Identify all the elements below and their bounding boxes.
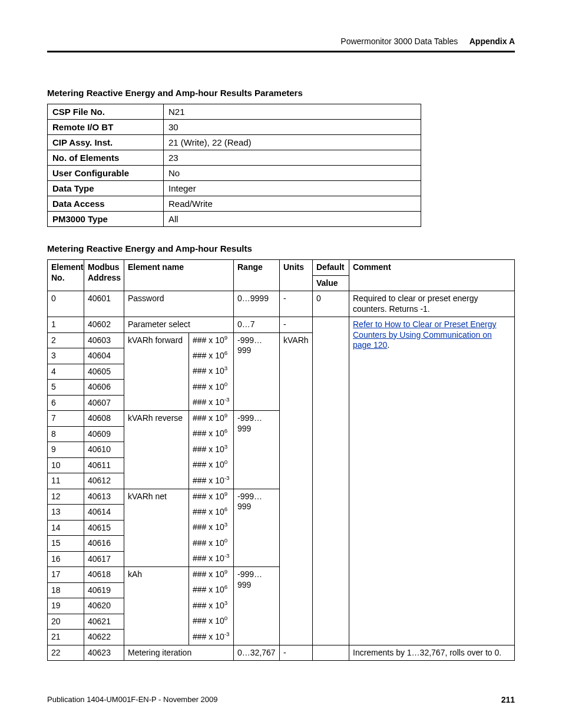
appendix-label: Appendix A (470, 37, 515, 46)
param-label: Data Type (48, 181, 164, 196)
xref-link[interactable]: Refer to How to Clear or Preset Energy C… (353, 319, 497, 350)
cell-addr: 40613 (84, 489, 124, 505)
col-element-no: Element No. (48, 260, 84, 291)
cell-exp: ### x 10-3 (189, 395, 234, 411)
publication-id: Publication 1404-UM001F-EN-P - November … (47, 695, 218, 704)
cell-addr: 40611 (84, 457, 124, 473)
cell-addr: 40619 (84, 582, 124, 598)
section-name: Powermonitor 3000 Data Tables (340, 37, 458, 46)
cell-def-span (313, 317, 349, 645)
cell-range: 0…9999 (234, 291, 280, 317)
cell-addr: 40614 (84, 505, 124, 521)
param-label: PM3000 Type (48, 212, 164, 227)
cell-no: 13 (48, 505, 84, 521)
param-value: 30 (164, 120, 421, 135)
cell-def: 0 (313, 291, 349, 317)
cell-addr: 40606 (84, 380, 124, 396)
param-value: N21 (164, 104, 421, 120)
cell-no: 10 (48, 457, 84, 473)
cell-range: -999…999 (234, 567, 280, 645)
cell-exp: ### x 103 (189, 442, 234, 458)
cell-units: kVARh (280, 332, 313, 645)
cell-no: 7 (48, 411, 84, 427)
cell-name: Parameter select (124, 317, 234, 333)
cell-addr: 40612 (84, 473, 124, 489)
cell-name: Metering iteration (124, 645, 234, 661)
cell-exp: ### x 103 (189, 520, 234, 536)
cell-exp: ### x 103 (189, 598, 234, 614)
params-table: CSP File No. N21 Remote I/O BT 30 CIP As… (47, 104, 421, 227)
page-number: 211 (501, 695, 515, 704)
cell-exp: ### x 109 (189, 332, 234, 348)
cell-no: 14 (48, 520, 84, 536)
param-value: Read/Write (164, 196, 421, 212)
cell-name: kVARh reverse (124, 411, 189, 489)
cell-comment-link: Refer to How to Clear or Preset Energy C… (349, 317, 515, 645)
cell-exp: ### x 100 (189, 536, 234, 552)
cell-no: 6 (48, 395, 84, 411)
cell-exp: ### x 109 (189, 411, 234, 427)
cell-no: 8 (48, 426, 84, 442)
cell-no: 19 (48, 598, 84, 614)
cell-addr: 40620 (84, 598, 124, 614)
cell-units: - (280, 645, 313, 661)
cell-range: -999…999 (234, 411, 280, 489)
cell-no: 22 (48, 645, 84, 661)
cell-range: 0…32,767 (234, 645, 280, 661)
cell-range: -999…999 (234, 489, 280, 567)
col-default: Default (313, 260, 349, 276)
cell-no: 17 (48, 567, 84, 583)
cell-no: 9 (48, 442, 84, 458)
param-value: Integer (164, 181, 421, 196)
cell-units: - (280, 317, 313, 333)
cell-addr: 40623 (84, 645, 124, 661)
cell-no: 4 (48, 364, 84, 380)
cell-name: kVARh net (124, 489, 189, 567)
cell-no: 5 (48, 380, 84, 396)
cell-exp: ### x 109 (189, 567, 234, 583)
cell-no: 0 (48, 291, 84, 317)
cell-no: 1 (48, 317, 84, 333)
register-table: Element No. Modbus Address Element name … (47, 259, 515, 661)
cell-addr: 40604 (84, 348, 124, 364)
param-label: CSP File No. (48, 104, 164, 120)
param-value: All (164, 212, 421, 227)
cell-comment: Increments by 1…32,767, rolls over to 0. (349, 645, 515, 661)
params-title: Metering Reactive Energy and Amp-hour Re… (47, 88, 515, 98)
cell-addr: 40608 (84, 411, 124, 427)
cell-addr: 40605 (84, 364, 124, 380)
cell-no: 15 (48, 536, 84, 552)
cell-range: -999…999 (234, 332, 280, 411)
cell-exp: ### x 100 (189, 380, 234, 396)
cell-addr: 40622 (84, 630, 124, 645)
cell-no: 21 (48, 630, 84, 645)
reg-title: Metering Reactive Energy and Amp-hour Re… (47, 243, 515, 253)
col-modbus-addr: Modbus Address (84, 260, 124, 291)
param-label: No. of Elements (48, 150, 164, 166)
cell-exp: ### x 106 (189, 505, 234, 521)
cell-exp: ### x 100 (189, 614, 234, 630)
running-header: Powermonitor 3000 Data Tables Appendix A (47, 37, 515, 46)
cell-name: kAh (124, 567, 189, 645)
cell-addr: 40610 (84, 442, 124, 458)
cell-addr: 40621 (84, 614, 124, 630)
cell-exp: ### x 103 (189, 364, 234, 380)
cell-no: 16 (48, 551, 84, 567)
cell-no: 11 (48, 473, 84, 489)
cell-no: 20 (48, 614, 84, 630)
col-units: Units (280, 260, 313, 291)
cell-no: 2 (48, 332, 84, 348)
cell-addr: 40601 (84, 291, 124, 317)
cell-units: - (280, 291, 313, 317)
param-value: No (164, 166, 421, 181)
cell-exp: ### x 106 (189, 582, 234, 598)
cell-addr: 40602 (84, 317, 124, 333)
param-value: 21 (Write), 22 (Read) (164, 135, 421, 150)
cell-exp: ### x 106 (189, 426, 234, 442)
param-label: Data Access (48, 196, 164, 212)
cell-addr: 40617 (84, 551, 124, 567)
cell-no: 12 (48, 489, 84, 505)
cell-exp: ### x 10-3 (189, 630, 234, 645)
page-footer: Publication 1404-UM001F-EN-P - November … (47, 695, 515, 704)
cell-addr: 40615 (84, 520, 124, 536)
